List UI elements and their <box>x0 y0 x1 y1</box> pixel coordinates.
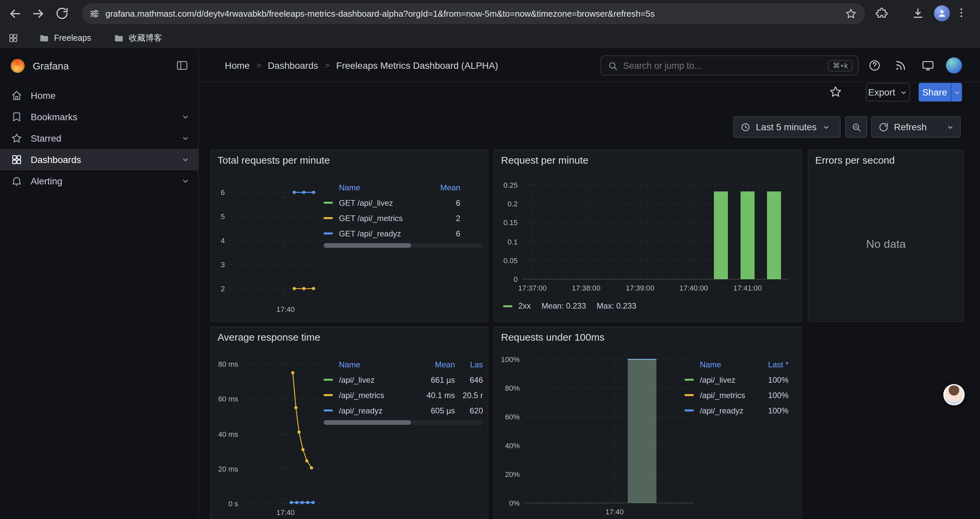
sidebar-item-dashboards[interactable]: Dashboards <box>0 149 198 170</box>
time-range-picker[interactable]: Last 5 minutes <box>733 116 841 137</box>
bar-chart[interactable]: 100%80%60%40%20%0%17:40 <box>494 327 801 519</box>
series-name[interactable]: /api/_livez <box>339 375 408 385</box>
chevron-down-icon[interactable] <box>181 155 190 164</box>
legend-row[interactable]: /api/_readyz 100% <box>684 403 789 418</box>
bar-chart[interactable]: 0.250.20.150.10.05017:37:0017:38:0017:39… <box>494 150 801 321</box>
rss-icon[interactable] <box>894 59 907 72</box>
chevron-down-icon[interactable] <box>181 134 190 143</box>
share-button[interactable]: Share <box>919 83 951 102</box>
refresh-interval-dropdown[interactable] <box>941 116 961 137</box>
series-name[interactable]: /api/_livez <box>700 375 755 385</box>
bookmark-folder-blog[interactable]: 收藏博客 <box>113 31 162 45</box>
url-bar[interactable] <box>82 3 865 24</box>
grafana-sidebar: Grafana Home Bookmarks <box>0 49 199 519</box>
downloads-icon[interactable] <box>911 7 925 21</box>
legend-header-mean[interactable]: Mean <box>420 183 460 192</box>
sidebar-item-home[interactable]: Home <box>0 85 198 106</box>
legend-header-last[interactable]: Las <box>455 360 483 369</box>
sidebar-item-alerting[interactable]: Alerting <box>0 170 198 192</box>
legend-row[interactable]: /api/_readyz 605 µs 620 <box>323 403 483 418</box>
favorite-star-icon[interactable] <box>829 85 843 99</box>
legend-header-row: Name Last * <box>684 357 789 372</box>
legend-row[interactable]: /api/_metrics 40.1 ms 20.5 r <box>323 387 483 403</box>
series-name[interactable]: GET /api/_readyz <box>339 229 420 238</box>
breadcrumb-dashboards[interactable]: Dashboards <box>268 60 318 71</box>
sidebar-nav: Home Bookmarks Starred <box>0 85 198 192</box>
back-icon[interactable] <box>8 7 23 21</box>
sidebar-item-label: Starred <box>31 133 61 144</box>
panel-errors-per-second: Errors per second No data <box>808 150 964 322</box>
forward-icon[interactable] <box>31 7 46 21</box>
bookmark-folder-freeleaps[interactable]: Freeleaps <box>39 31 91 45</box>
refresh-button[interactable]: Refresh <box>871 116 941 137</box>
series-color-dash <box>503 305 512 307</box>
panel-title[interactable]: Requests under 100ms <box>501 331 605 343</box>
series-max-label: Max: 0.233 <box>597 301 636 311</box>
floating-assistant-avatar[interactable] <box>943 384 965 406</box>
sidebar-item-starred[interactable]: Starred <box>0 128 198 149</box>
legend-header-last[interactable]: Last * <box>755 360 789 369</box>
bookmark-label: Freeleaps <box>54 34 91 43</box>
series-mean: 605 µs <box>408 406 455 415</box>
chevron-down-icon[interactable] <box>181 176 190 186</box>
sidebar-header: Grafana <box>0 49 198 82</box>
extensions-icon[interactable] <box>875 7 889 21</box>
legend-row[interactable]: GET /api/_livez 6 <box>323 195 460 211</box>
brand-title: Grafana <box>33 60 69 71</box>
site-settings-icon[interactable] <box>89 8 100 19</box>
breadcrumb-home[interactable]: Home <box>225 60 250 71</box>
bookmark-star-icon[interactable] <box>845 7 857 20</box>
xtick-label: 17:40 <box>276 305 294 313</box>
dock-sidebar-icon[interactable] <box>175 59 189 72</box>
panel-title[interactable]: Average response time <box>218 331 320 343</box>
monitor-icon[interactable] <box>921 59 935 72</box>
search-box[interactable]: ⌘+k <box>600 56 859 75</box>
user-avatar[interactable] <box>946 57 962 73</box>
panel-title[interactable]: Errors per second <box>815 154 895 166</box>
browser-profile-avatar[interactable] <box>934 5 950 21</box>
ytick-label: 0 <box>514 275 518 283</box>
sidebar-item-bookmarks[interactable]: Bookmarks <box>0 106 198 128</box>
browser-menu-icon[interactable] <box>955 7 966 21</box>
legend-table: Name Mean GET /api/_livez 6 GET /api/_me… <box>323 180 460 241</box>
panel-title[interactable]: Total requests per minute <box>218 154 330 166</box>
series-name[interactable]: /api/_readyz <box>700 406 755 415</box>
legend-scrollbar[interactable] <box>323 243 483 248</box>
share-dropdown-button[interactable] <box>951 83 962 102</box>
xtick-label: 17:40 <box>276 508 294 516</box>
chevron-down-icon[interactable] <box>181 112 190 121</box>
reload-icon[interactable] <box>56 7 70 21</box>
xtick-label: 17:40:00 <box>679 284 708 292</box>
zoom-out-button[interactable] <box>845 116 867 137</box>
apps-grid-icon[interactable] <box>8 31 19 45</box>
legend-header-name[interactable]: Name <box>323 183 420 192</box>
series-name[interactable]: GET /api/_metrics <box>339 213 420 223</box>
legend-row[interactable]: /api/_metrics 100% <box>684 387 789 403</box>
series-color-dash <box>684 394 694 396</box>
scrollbar-thumb[interactable] <box>323 420 411 425</box>
series-name[interactable]: /api/_readyz <box>339 406 408 415</box>
legend-header-name[interactable]: Name <box>323 360 408 369</box>
help-icon[interactable] <box>868 59 881 72</box>
legend-header-mean[interactable]: Mean <box>408 360 455 369</box>
url-input[interactable] <box>105 9 838 19</box>
legend-row[interactable]: GET /api/_metrics 2 <box>323 211 460 226</box>
sidebar-item-label: Home <box>31 90 56 101</box>
series-mean: 661 µs <box>408 375 455 385</box>
legend-row[interactable]: /api/_livez 661 µs 646 <box>323 372 483 387</box>
export-button[interactable]: Export <box>866 83 910 102</box>
grafana-logo-icon[interactable] <box>11 58 25 72</box>
legend-row[interactable]: /api/_livez 100% <box>684 372 789 387</box>
scrollbar-thumb[interactable] <box>323 243 411 248</box>
series-name[interactable]: /api/_metrics <box>700 390 755 400</box>
search-input[interactable] <box>623 61 828 70</box>
series-name[interactable]: 2xx <box>519 301 531 311</box>
series-name[interactable]: GET /api/_livez <box>339 198 420 208</box>
legend-row[interactable]: GET /api/_readyz 6 <box>323 226 460 241</box>
series-name[interactable]: /api/_metrics <box>339 390 408 400</box>
legend-header-name[interactable]: Name <box>684 360 755 369</box>
legend-scrollbar[interactable] <box>323 420 483 425</box>
bell-icon <box>11 175 23 187</box>
panel-title[interactable]: Request per minute <box>501 154 589 166</box>
breadcrumb: Home > Dashboards > Freeleaps Metrics Da… <box>225 49 498 82</box>
